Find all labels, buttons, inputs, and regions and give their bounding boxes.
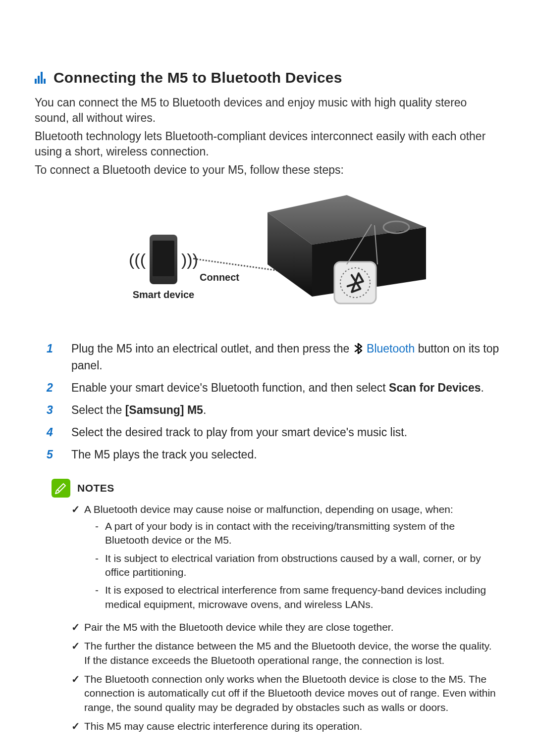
step-5: The M5 plays the track you selected. [47, 447, 500, 469]
note-sublist: A part of your body is in contact with t… [95, 519, 500, 615]
connect-label: Connect [200, 272, 239, 283]
intro-p3: To connect a Bluetooth device to your M5… [35, 162, 500, 178]
heading-bars-icon [35, 72, 47, 84]
svg-rect-0 [35, 79, 37, 84]
step-4: Select the desired track to play from yo… [47, 425, 500, 447]
note-item: This M5 may cause electric interference … [71, 719, 500, 738]
notes-header: NOTES [52, 479, 500, 498]
intro-p2: Bluetooth technology lets Bluetooth-comp… [35, 129, 500, 159]
bluetooth-word: Bluetooth [367, 342, 415, 355]
note-item: Pair the M5 with the Bluetooth device wh… [71, 620, 500, 639]
notes-icon [52, 479, 70, 498]
intro-block: You can connect the M5 to Bluetooth devi… [35, 95, 500, 178]
note-item: The further the distance between the M5 … [71, 639, 500, 672]
note-item: A Bluetooth device may cause noise or ma… [71, 503, 500, 620]
note-subitem: It is exposed to electrical interference… [95, 583, 500, 615]
step-1: Plug the M5 into an electrical outlet, a… [47, 341, 500, 380]
smart-device-label: Smart device [133, 289, 195, 301]
smart-device-graphic: ((( ))) Smart device [129, 235, 198, 301]
note-subitem: It is subject to electrical variation fr… [95, 552, 500, 584]
notes-title: NOTES [77, 482, 114, 494]
speaker-graphic [253, 193, 436, 318]
step-2: Enable your smart device's Bluetooth fun… [47, 380, 500, 403]
steps-list: Plug the M5 into an electrical outlet, a… [47, 341, 500, 469]
note-item: The Bluetooth connection only works when… [71, 672, 500, 719]
bluetooth-icon [354, 343, 363, 358]
phone-icon [150, 235, 177, 284]
manual-page: Connecting the M5 to Bluetooth Devices Y… [0, 0, 535, 756]
section-heading: Connecting the M5 to Bluetooth Devices [35, 69, 500, 86]
step-3: Select the [Samsung] M5. [47, 403, 500, 425]
notes-block: NOTES A Bluetooth device may cause noise… [35, 479, 500, 739]
notes-list: A Bluetooth device may cause noise or ma… [71, 503, 500, 739]
intro-p1: You can connect the M5 to Bluetooth devi… [35, 95, 500, 126]
svg-rect-1 [38, 76, 40, 84]
note-subitem: A part of your body is in contact with t… [95, 519, 500, 552]
section-heading-text: Connecting the M5 to Bluetooth Devices [54, 69, 342, 86]
signal-left-icon: ((( [129, 251, 146, 268]
svg-rect-3 [44, 79, 46, 84]
svg-rect-2 [41, 72, 43, 84]
connection-figure: ((( ))) Smart device Connect [129, 198, 406, 321]
